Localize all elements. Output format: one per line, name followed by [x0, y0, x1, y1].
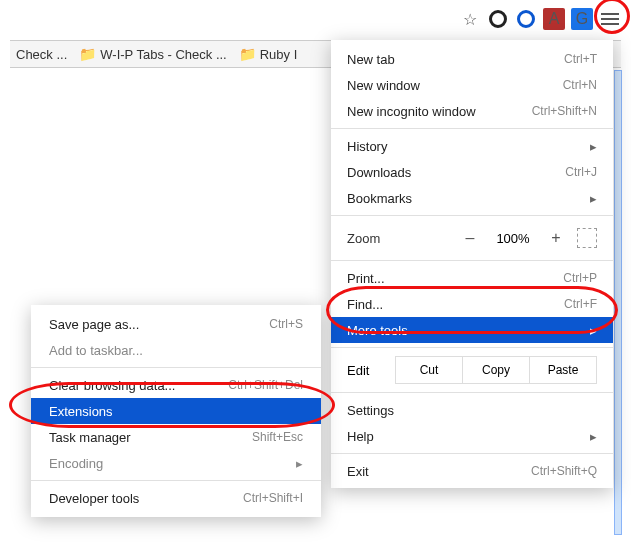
bookmark-item[interactable]: Check ...: [16, 47, 67, 62]
menu-help[interactable]: Help▸: [331, 423, 613, 449]
separator: [331, 347, 613, 348]
separator: [331, 260, 613, 261]
zoom-label: Zoom: [347, 231, 380, 246]
submenu-developer-tools[interactable]: Developer toolsCtrl+Shift+I: [31, 485, 321, 511]
zoom-in-button[interactable]: +: [545, 229, 567, 247]
menu-zoom-row: Zoom – 100% +: [331, 220, 613, 256]
menu-new-window[interactable]: New windowCtrl+N: [331, 72, 613, 98]
adobe-icon[interactable]: A: [543, 8, 565, 30]
folder-icon: 📁: [239, 46, 256, 62]
extension-circle-blue-icon[interactable]: [515, 8, 537, 30]
separator: [331, 215, 613, 216]
chrome-main-menu: New tabCtrl+T New windowCtrl+N New incog…: [331, 40, 613, 488]
submenu-encoding[interactable]: Encoding▸: [31, 450, 321, 476]
menu-exit[interactable]: ExitCtrl+Shift+Q: [331, 458, 613, 484]
menu-new-tab[interactable]: New tabCtrl+T: [331, 46, 613, 72]
chevron-right-icon: ▸: [590, 323, 597, 338]
separator: [31, 367, 321, 368]
submenu-extensions[interactable]: Extensions: [31, 398, 321, 424]
fullscreen-icon[interactable]: [577, 228, 597, 248]
menu-new-incognito[interactable]: New incognito windowCtrl+Shift+N: [331, 98, 613, 124]
cut-button[interactable]: Cut: [396, 357, 462, 383]
submenu-clear-browsing[interactable]: Clear browsing data...Ctrl+Shift+Del: [31, 372, 321, 398]
browser-toolbar: ☆ A G: [459, 4, 621, 34]
separator: [31, 480, 321, 481]
extension-circle-outline-icon[interactable]: [487, 8, 509, 30]
google-translate-icon[interactable]: G: [571, 8, 593, 30]
folder-icon: 📁: [79, 46, 96, 62]
submenu-add-taskbar[interactable]: Add to taskbar...: [31, 337, 321, 363]
edit-label: Edit: [347, 363, 395, 378]
paste-button[interactable]: Paste: [529, 357, 596, 383]
menu-history[interactable]: History▸: [331, 133, 613, 159]
bookmark-folder-item[interactable]: 📁Ruby I: [239, 46, 298, 62]
chevron-right-icon: ▸: [296, 456, 303, 471]
menu-settings[interactable]: Settings: [331, 397, 613, 423]
submenu-task-manager[interactable]: Task managerShift+Esc: [31, 424, 321, 450]
zoom-value: 100%: [491, 231, 535, 246]
chevron-right-icon: ▸: [590, 139, 597, 154]
menu-find[interactable]: Find...Ctrl+F: [331, 291, 613, 317]
menu-bookmarks[interactable]: Bookmarks▸: [331, 185, 613, 211]
star-icon[interactable]: ☆: [459, 8, 481, 30]
menu-more-tools[interactable]: More tools▸: [331, 317, 613, 343]
zoom-out-button[interactable]: –: [459, 229, 481, 247]
more-tools-submenu: Save page as...Ctrl+S Add to taskbar... …: [31, 305, 321, 517]
chevron-right-icon: ▸: [590, 429, 597, 444]
bookmark-folder-item[interactable]: 📁W-I-P Tabs - Check ...: [79, 46, 226, 62]
menu-downloads[interactable]: DownloadsCtrl+J: [331, 159, 613, 185]
separator: [331, 453, 613, 454]
menu-print[interactable]: Print...Ctrl+P: [331, 265, 613, 291]
separator: [331, 128, 613, 129]
menu-edit-row: Edit Cut Copy Paste: [331, 352, 613, 388]
scrollbar[interactable]: [614, 70, 622, 535]
separator: [331, 392, 613, 393]
submenu-save-page[interactable]: Save page as...Ctrl+S: [31, 311, 321, 337]
copy-button[interactable]: Copy: [462, 357, 529, 383]
hamburger-menu-icon[interactable]: [599, 9, 621, 29]
chevron-right-icon: ▸: [590, 191, 597, 206]
